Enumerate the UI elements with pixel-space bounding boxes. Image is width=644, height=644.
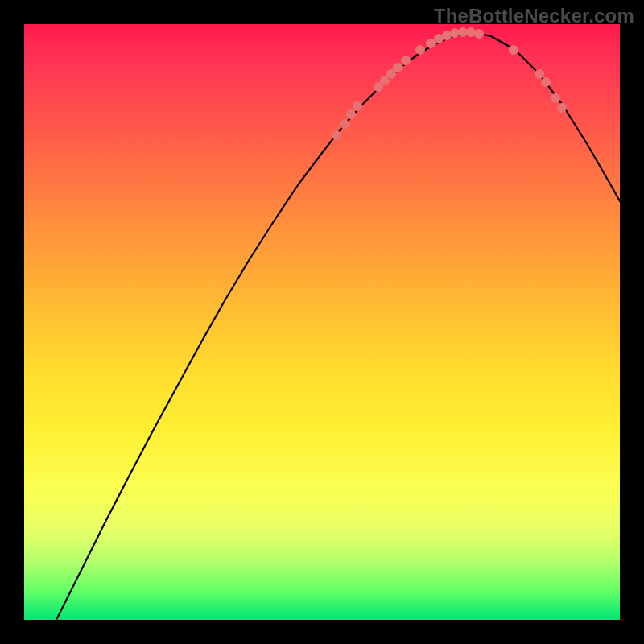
data-marker xyxy=(459,28,468,37)
data-marker xyxy=(451,29,460,38)
data-marker xyxy=(467,28,476,37)
data-marker xyxy=(427,39,436,48)
data-marker xyxy=(435,35,444,43)
data-marker xyxy=(332,131,341,140)
data-marker xyxy=(394,64,402,72)
data-marker xyxy=(341,120,349,129)
data-marker xyxy=(551,94,560,103)
marker-group xyxy=(332,28,567,140)
chart-svg xyxy=(24,24,620,620)
data-marker xyxy=(558,104,567,113)
data-marker xyxy=(542,78,551,87)
data-marker xyxy=(416,46,425,55)
data-marker xyxy=(510,46,518,55)
data-marker xyxy=(347,110,356,119)
data-marker xyxy=(443,31,452,40)
data-marker xyxy=(475,30,484,39)
data-marker xyxy=(402,56,411,65)
bottleneck-curve xyxy=(56,32,620,620)
data-marker xyxy=(535,70,544,79)
data-marker xyxy=(353,102,362,111)
